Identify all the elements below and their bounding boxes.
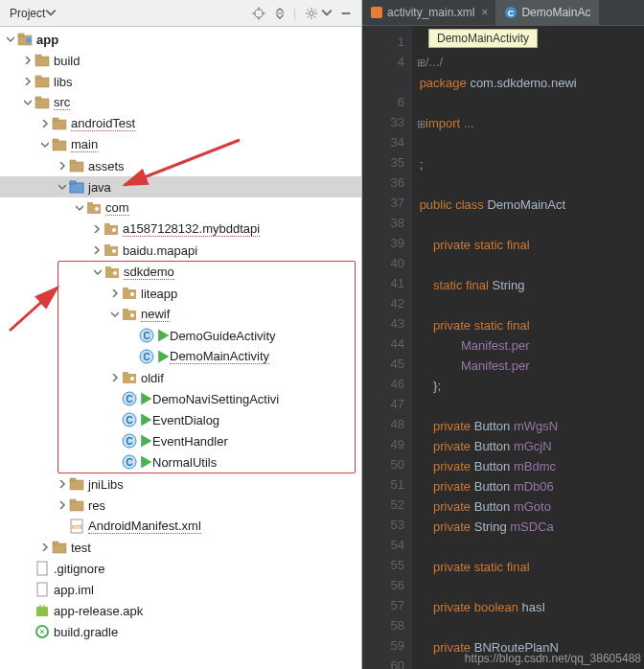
svg-rect-20 bbox=[53, 118, 58, 121]
tree-node-libs[interactable]: libs bbox=[0, 71, 361, 92]
tree-node-java[interactable]: java bbox=[0, 176, 361, 197]
svg-point-35 bbox=[112, 249, 116, 253]
highlighted-box: sdkdemo liteapp newif C DemoGuideActivit… bbox=[58, 261, 356, 473]
tree-node-normalutils[interactable]: C NormalUtils bbox=[58, 451, 355, 473]
svg-point-32 bbox=[112, 228, 116, 232]
node-label: DemoGuideActivity bbox=[170, 329, 276, 343]
svg-rect-13 bbox=[35, 57, 49, 66]
svg-point-44 bbox=[130, 313, 134, 317]
svg-rect-60 bbox=[70, 480, 83, 490]
package-icon bbox=[122, 307, 137, 322]
tree-node-evhandler[interactable]: C EventHandler bbox=[58, 430, 355, 451]
chevron-right-icon[interactable] bbox=[90, 246, 104, 254]
svg-text:C: C bbox=[508, 9, 515, 18]
line-gutter: 1 4 6 33 34 35 36 37 38 39 40 41 42 43 4… bbox=[362, 26, 412, 669]
tree-node-liteapp[interactable]: liteapp bbox=[58, 283, 355, 304]
tree-node-oldif[interactable]: oldif bbox=[58, 367, 355, 388]
tree-node-app[interactable]: app bbox=[0, 29, 361, 50]
svg-point-8 bbox=[310, 11, 313, 14]
svg-rect-22 bbox=[53, 139, 58, 142]
chevron-right-icon[interactable] bbox=[108, 289, 122, 297]
collapse-icon[interactable] bbox=[270, 4, 289, 23]
chevron-down-icon[interactable] bbox=[73, 204, 86, 212]
svg-text:C: C bbox=[126, 436, 132, 447]
chevron-right-icon[interactable] bbox=[90, 225, 104, 233]
node-label: assets bbox=[88, 159, 125, 173]
svg-rect-40 bbox=[123, 288, 128, 290]
tree-node-pkg2[interactable]: baidu.mapapi bbox=[0, 240, 361, 261]
tree-node-main[interactable]: main bbox=[0, 134, 361, 155]
node-label: app.iml bbox=[54, 583, 94, 597]
chevron-down-icon[interactable] bbox=[21, 99, 34, 106]
chevron-right-icon[interactable] bbox=[21, 78, 34, 85]
svg-rect-61 bbox=[70, 478, 76, 481]
tree-node-gradle[interactable]: build.gradle bbox=[0, 621, 361, 642]
tree-node-appiml[interactable]: app.iml bbox=[0, 579, 361, 600]
tree-node-res[interactable]: res bbox=[0, 495, 361, 516]
tree-node-test[interactable]: test bbox=[0, 537, 361, 558]
folder-icon bbox=[69, 158, 84, 173]
tree-node-evdialog[interactable]: C EventDialog bbox=[58, 409, 355, 430]
file-icon bbox=[34, 582, 50, 597]
svg-rect-11 bbox=[18, 34, 24, 36]
svg-rect-50 bbox=[123, 372, 128, 375]
chevron-right-icon[interactable] bbox=[38, 120, 52, 127]
tab-demomainactivity[interactable]: C DemoMainAc bbox=[496, 0, 599, 25]
run-icon bbox=[158, 349, 168, 364]
svg-text:C: C bbox=[143, 331, 150, 341]
svg-rect-63 bbox=[70, 499, 76, 502]
tab-activity-main[interactable]: activity_main.xml × bbox=[362, 0, 496, 25]
code-editor[interactable]: 1 4 6 33 34 35 36 37 38 39 40 41 42 43 4… bbox=[362, 26, 644, 669]
chevron-right-icon[interactable] bbox=[21, 57, 34, 64]
source-folder-icon bbox=[69, 179, 84, 195]
chevron-right-icon[interactable] bbox=[56, 480, 69, 488]
svg-point-71 bbox=[39, 605, 41, 607]
xml-icon: xml bbox=[69, 519, 84, 534]
tree-node-gitignore[interactable]: .gitignore bbox=[0, 558, 361, 579]
chevron-right-icon[interactable] bbox=[56, 501, 69, 509]
svg-rect-28 bbox=[87, 202, 93, 205]
run-icon bbox=[158, 328, 168, 343]
chevron-down-icon[interactable] bbox=[108, 311, 122, 318]
tree-node-demonavi[interactable]: C DemoNaviSettingActivi bbox=[58, 388, 355, 409]
tree-node-jnilibs[interactable]: jniLibs bbox=[0, 473, 361, 495]
tree-node-androidtest[interactable]: androidTest bbox=[0, 113, 361, 134]
svg-rect-17 bbox=[35, 99, 49, 108]
chevron-down-icon[interactable] bbox=[56, 183, 69, 191]
chevron-right-icon[interactable] bbox=[108, 374, 122, 381]
node-label: liteapp bbox=[141, 287, 177, 301]
chevron-down-icon[interactable] bbox=[38, 141, 52, 149]
dropdown-icon[interactable] bbox=[45, 7, 58, 20]
chevron-right-icon[interactable] bbox=[38, 543, 52, 551]
chevron-down-icon[interactable] bbox=[4, 35, 17, 43]
apk-icon bbox=[34, 603, 50, 618]
project-tree: app build libs src androidTest bbox=[0, 27, 361, 669]
tree-node-demoguide[interactable]: C DemoGuideActivity bbox=[58, 325, 355, 346]
tree-node-src[interactable]: src bbox=[0, 92, 361, 113]
tree-node-newif[interactable]: newif bbox=[58, 304, 355, 325]
code-content[interactable]: ⊞/.../ package com.sdkdemo.newi ⊞import … bbox=[412, 26, 644, 669]
tree-node-demomain[interactable]: C DemoMainActivity bbox=[58, 346, 355, 367]
svg-rect-15 bbox=[35, 78, 49, 87]
node-label: build bbox=[54, 54, 80, 68]
tree-node-build[interactable]: build bbox=[0, 50, 361, 71]
tree-node-manifest[interactable]: xml AndroidManifest.xml bbox=[0, 516, 361, 537]
minimize-icon[interactable] bbox=[336, 4, 356, 23]
tree-node-apk[interactable]: app-release.apk bbox=[0, 600, 361, 621]
tree-node-assets[interactable]: assets bbox=[0, 155, 361, 176]
svg-rect-68 bbox=[37, 562, 47, 575]
editor-tabs: activity_main.xml × C DemoMainAc bbox=[362, 0, 644, 26]
target-icon[interactable] bbox=[249, 4, 268, 23]
gear-dropdown-icon[interactable] bbox=[321, 7, 334, 20]
tree-node-sdkdemo[interactable]: sdkdemo bbox=[58, 262, 355, 283]
tree-node-pkg1[interactable]: a1587128132.mybddtapi bbox=[0, 219, 361, 240]
chevron-right-icon[interactable] bbox=[56, 162, 69, 170]
class-icon: C bbox=[139, 328, 154, 343]
close-icon[interactable]: × bbox=[481, 6, 488, 19]
package-icon bbox=[122, 286, 137, 301]
gear-icon[interactable] bbox=[302, 4, 321, 23]
tooltip: DemoMainActivity bbox=[428, 29, 538, 48]
chevron-down-icon[interactable] bbox=[91, 268, 104, 276]
package-icon bbox=[104, 242, 119, 258]
tree-node-com[interactable]: com bbox=[0, 197, 361, 219]
